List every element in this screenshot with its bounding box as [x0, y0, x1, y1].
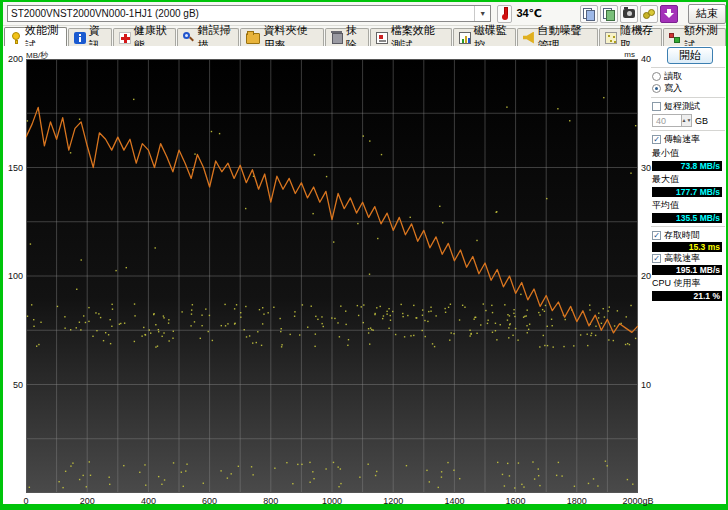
y-axis-label: 50	[3, 380, 23, 390]
drive-select-value: ST2000VNST2000VN000-1HJ1 (2000 gB)	[8, 8, 474, 19]
screenshot-button[interactable]	[620, 5, 638, 23]
short-stroke-label: 短程測試	[664, 100, 700, 113]
control-panel: 開始 讀取 寫入 短程測試 40 ▲▼ GB 傳	[651, 46, 725, 302]
toolbar: ST2000VNST2000VN000-1HJ1 (2000 gB) ▼ 34℃…	[3, 2, 726, 26]
avg-value: 135.5 MB/s	[652, 213, 722, 223]
divider	[651, 130, 725, 131]
burst-rate-value: 195.1 MB/s	[652, 265, 722, 275]
y-axis-label: 100	[3, 271, 23, 281]
keys-button[interactable]	[640, 5, 658, 23]
download-icon	[664, 8, 674, 20]
download-button[interactable]	[660, 5, 678, 23]
trash-icon	[332, 33, 343, 44]
benchmark-chart	[26, 59, 638, 493]
y-axis-label: 10	[641, 380, 659, 390]
capacity-input[interactable]: 40	[652, 114, 682, 127]
copy-image-button[interactable]	[600, 5, 618, 23]
x-axis-label: 2000gB	[616, 496, 660, 506]
divider	[651, 97, 725, 98]
camera-icon	[623, 9, 635, 18]
burst-rate-checkbox[interactable]	[652, 254, 661, 263]
x-axis-label: 1800	[555, 496, 599, 506]
toolbar-buttons	[580, 5, 678, 23]
copy-text-button[interactable]	[580, 5, 598, 23]
access-time-label: 存取時間	[664, 229, 700, 242]
tab-bar: 效能測試 資訊 健康狀態 錯誤掃描 資料夾使用率 抹除 檔案效能測試 磁碟監控 …	[3, 26, 726, 47]
write-radio-row[interactable]: 寫入	[652, 83, 725, 94]
short-stroke-checkbox[interactable]	[652, 102, 661, 111]
burst-rate-label: 高載速率	[664, 252, 700, 265]
tab-file-benchmark[interactable]: 檔案效能測試	[370, 28, 452, 46]
divider	[651, 226, 725, 227]
start-button[interactable]: 開始	[667, 47, 713, 64]
x-axis-label: 1000	[310, 496, 354, 506]
drive-select[interactable]: ST2000VNST2000VN000-1HJ1 (2000 gB) ▼	[7, 5, 491, 22]
cpu-usage-label: CPU 使用率	[652, 277, 725, 290]
min-label: 最小值	[652, 147, 725, 160]
app-window: ST2000VNST2000VN000-1HJ1 (2000 gB) ▼ 34℃…	[0, 0, 728, 510]
capacity-field-row: 40 ▲▼ GB	[652, 114, 725, 127]
tab-info[interactable]: 資訊	[68, 28, 112, 46]
health-cross-icon	[119, 32, 131, 44]
avg-label: 平均值	[652, 199, 725, 212]
read-radio[interactable]	[652, 72, 661, 81]
y-axis-label: 150	[3, 163, 23, 173]
thermometer-icon	[500, 7, 510, 20]
x-axis-label: 0	[4, 496, 48, 506]
tab-aam[interactable]: 自動噪聲管理	[517, 28, 599, 46]
random-access-icon	[605, 32, 617, 44]
access-time-row[interactable]: 存取時間	[652, 230, 725, 241]
x-axis-label: 600	[188, 496, 232, 506]
y-axis-label: 200	[3, 54, 23, 64]
write-radio-label: 寫入	[664, 82, 682, 95]
min-value: 73.8 MB/s	[652, 161, 722, 171]
tab-random-access[interactable]: 隨機存取	[599, 28, 662, 46]
keys-icon	[643, 8, 655, 20]
capacity-unit-label: GB	[695, 116, 708, 126]
folder-icon	[246, 33, 260, 44]
x-axis-label: 800	[249, 496, 293, 506]
extra-tests-icon	[669, 32, 681, 44]
copy-image-icon	[603, 8, 615, 20]
temperature-value: 34℃	[516, 7, 542, 20]
benchmark-icon	[10, 32, 22, 44]
read-radio-row[interactable]: 讀取	[652, 71, 725, 82]
tab-error-scan[interactable]: 錯誤掃描	[177, 28, 240, 46]
info-icon	[74, 32, 86, 44]
x-axis-label: 1600	[494, 496, 538, 506]
speaker-icon	[523, 32, 535, 44]
transfer-rate-label: 傳輸速率	[664, 133, 700, 146]
x-axis-label: 400	[126, 496, 170, 506]
benchmark-page: MB/秒 ms 20015010050 40302010 02004006008…	[3, 46, 726, 504]
tab-disk-monitor[interactable]: 磁碟監控	[453, 28, 516, 46]
tab-extra-tests[interactable]: 額外測試	[663, 28, 726, 46]
tab-benchmark[interactable]: 效能測試	[4, 27, 67, 47]
write-radio[interactable]	[652, 84, 661, 93]
tab-health[interactable]: 健康狀態	[113, 28, 176, 46]
max-label: 最大值	[652, 173, 725, 186]
temperature-button[interactable]	[497, 5, 512, 23]
short-stroke-row[interactable]: 短程測試	[652, 101, 725, 112]
x-axis-label: 1400	[432, 496, 476, 506]
magnifier-icon	[183, 32, 195, 44]
max-value: 177.7 MB/s	[652, 187, 722, 197]
x-axis-label: 1200	[371, 496, 415, 506]
tab-folder-usage[interactable]: 資料夾使用率	[240, 28, 324, 46]
x-axis-label: 200	[65, 496, 109, 506]
cpu-usage-value: 21.1 %	[652, 291, 722, 301]
file-icon	[376, 32, 388, 44]
copy-text-icon	[583, 8, 595, 20]
y-axis-right-title: ms	[613, 50, 635, 59]
burst-rate-row[interactable]: 高載速率	[652, 253, 725, 264]
access-time-checkbox[interactable]	[652, 231, 661, 240]
access-time-value: 15.3 ms	[652, 242, 722, 252]
exit-button[interactable]: 結束	[688, 4, 726, 24]
bar-chart-icon	[459, 32, 471, 44]
transfer-rate-row[interactable]: 傳輸速率	[652, 134, 725, 145]
transfer-rate-checkbox[interactable]	[652, 135, 661, 144]
divider	[651, 67, 725, 68]
capacity-stepper[interactable]: ▲▼	[682, 114, 692, 127]
chevron-down-icon[interactable]: ▼	[474, 6, 490, 21]
tab-erase[interactable]: 抹除	[325, 28, 369, 46]
